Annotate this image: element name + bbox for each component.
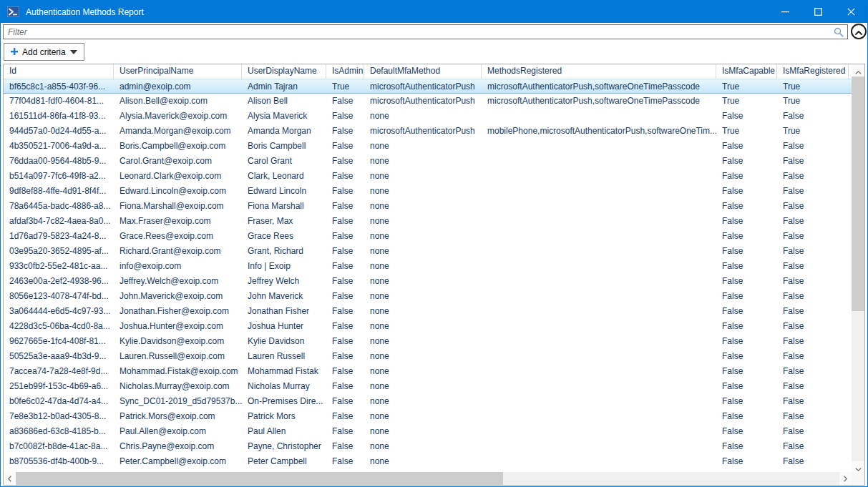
- table-cell: b8705536-df4b-400b-9...: [4, 454, 114, 469]
- horizontal-scrollbar-thumb[interactable]: [16, 472, 503, 485]
- app-window: Authentication Methods Report: [0, 0, 868, 487]
- table-cell: [482, 154, 716, 169]
- table-cell: True: [777, 79, 849, 93]
- table-cell: 161511d4-86fa-41f8-93...: [4, 109, 114, 124]
- table-cell: Amanda.Morgan@exoip.com: [114, 124, 242, 139]
- table-row[interactable]: 9627665e-1fc4-408f-81...Kylie.Davidson@e…: [4, 334, 852, 349]
- table-cell: False: [716, 424, 777, 439]
- table-cell: False: [326, 229, 364, 244]
- minimize-button[interactable]: [769, 1, 801, 23]
- close-button[interactable]: [834, 1, 867, 23]
- table-cell: False: [777, 244, 849, 259]
- table-cell: microsoftAuthenticatorPush: [364, 124, 482, 139]
- table-cell: 50525a3e-aaa9-4b3d-9...: [4, 349, 114, 364]
- table-cell: False: [777, 289, 849, 304]
- table-cell: none: [364, 424, 482, 439]
- column-header-ismfaregistered[interactable]: IsMfaRegistered: [777, 64, 849, 79]
- add-criteria-button[interactable]: Add criteria: [4, 43, 84, 61]
- table-cell: Edward Lincoln: [242, 184, 326, 199]
- table-row[interactable]: 7accea74-7a28-4e8f-9d...Mohammad.Fistak@…: [4, 364, 852, 379]
- table-cell: False: [326, 109, 364, 124]
- column-header-methodsregistered[interactable]: MethodsRegistered: [482, 64, 716, 79]
- table-row[interactable]: 8056e123-4078-474f-bd...John.Maverick@ex…: [4, 289, 852, 304]
- table-row[interactable]: 4228d3c5-06ba-4cd0-8a...Joshua.Hunter@ex…: [4, 319, 852, 334]
- filter-input[interactable]: [4, 25, 847, 39]
- table-cell: Fraser, Max: [242, 214, 326, 229]
- table-cell: Amanda Morgan: [242, 124, 326, 139]
- table-row[interactable]: 933c0fb2-55e2-481c-aa...info@exoip.comIn…: [4, 259, 852, 274]
- window-title: Authentication Methods Report: [26, 7, 144, 17]
- table-cell: False: [716, 139, 777, 154]
- table-cell: False: [716, 364, 777, 379]
- table-row[interactable]: bf65c8c1-a855-403f-96...admin@exoip.comA…: [4, 79, 852, 94]
- table-row[interactable]: 944d57a0-0d24-4d55-a...Amanda.Morgan@exo…: [4, 124, 852, 139]
- table-cell: microsoftAuthenticatorPush: [364, 79, 482, 93]
- collapse-criteria-button[interactable]: [851, 24, 867, 39]
- table-cell: False: [777, 424, 849, 439]
- table-cell: False: [716, 214, 777, 229]
- table-row[interactable]: 4b350521-7006-4a9d-a...Boris.Campbell@ex…: [4, 139, 852, 154]
- column-header-defaultmfamethod[interactable]: DefaultMfaMethod: [364, 64, 482, 79]
- table-row[interactable]: 251eb99f-153c-4b69-a6...Nicholas.Murray@…: [4, 379, 852, 394]
- table-cell: none: [364, 109, 482, 124]
- vertical-scrollbar[interactable]: [852, 64, 864, 473]
- table-cell: Fiona Marshall: [242, 199, 326, 214]
- column-header-id[interactable]: Id: [4, 64, 114, 79]
- table-row[interactable]: a83686ed-63c8-4185-b...Paul.Allen@exoip.…: [4, 424, 852, 439]
- table-row[interactable]: 78a6445a-badc-4886-a8...Fiona.Marshall@e…: [4, 199, 852, 214]
- table-row[interactable]: 76ddaa00-9564-48b5-9...Carol.Grant@exoip…: [4, 154, 852, 169]
- table-cell: False: [326, 214, 364, 229]
- table-row[interactable]: 9df8ef88-4ffe-4d91-8f4f...Edward.Lincoln…: [4, 184, 852, 199]
- vertical-scrollbar-thumb[interactable]: [852, 77, 864, 311]
- table-cell: none: [364, 139, 482, 154]
- scroll-left-button[interactable]: [4, 472, 16, 485]
- table-cell: False: [777, 304, 849, 319]
- table-cell: none: [364, 454, 482, 469]
- table-cell: [482, 244, 716, 259]
- table-cell: [482, 184, 716, 199]
- chevron-up-icon: [855, 64, 862, 77]
- table-row[interactable]: 7e8e3b12-b0ad-4305-8...Patrick.Mors@exoi…: [4, 409, 852, 424]
- table-cell: False: [777, 349, 849, 364]
- horizontal-scrollbar[interactable]: [4, 472, 852, 485]
- table-row[interactable]: 1d76ad79-5823-4a24-8...Grace.Rees@exoip.…: [4, 229, 852, 244]
- table-cell: Lauren.Russell@exoip.com: [114, 349, 242, 364]
- column-header-ismfacapable[interactable]: IsMfaCapable: [716, 64, 777, 79]
- table-cell: Jeffrey.Welch@exoip.com: [114, 274, 242, 289]
- titlebar: Authentication Methods Report: [1, 1, 867, 23]
- table-row[interactable]: b8705536-df4b-400b-9...Peter.Campbell@ex…: [4, 454, 852, 469]
- table-cell: Richard.Grant@exoip.com: [114, 244, 242, 259]
- table-cell: False: [326, 454, 364, 469]
- scroll-up-button[interactable]: [852, 64, 864, 77]
- table-row[interactable]: 2463e00a-2ef2-4938-96...Jeffrey.Welch@ex…: [4, 274, 852, 289]
- scroll-right-button[interactable]: [839, 472, 852, 485]
- table-cell: Max.Fraser@exoip.com: [114, 214, 242, 229]
- table-cell: [482, 439, 716, 454]
- table-cell: Mohammad.Fistak@exoip.com: [114, 364, 242, 379]
- table-cell: False: [326, 334, 364, 349]
- table-row[interactable]: 161511d4-86fa-41f8-93...Alysia.Maverick@…: [4, 109, 852, 124]
- table-row[interactable]: b514a097-7fc6-49f8-a2...Leonard.Clark@ex…: [4, 169, 852, 184]
- table-row[interactable]: afdaf3b4-7c82-4aea-8a0...Max.Fraser@exoi…: [4, 214, 852, 229]
- table-row[interactable]: 03e95a20-3652-4895-af...Richard.Grant@ex…: [4, 244, 852, 259]
- table-cell: [482, 304, 716, 319]
- table-cell: none: [364, 169, 482, 184]
- table-row[interactable]: 77f04d81-fdf0-4604-81...Alison.Bell@exoi…: [4, 94, 852, 109]
- column-header-isadmin[interactable]: IsAdmin: [326, 64, 364, 79]
- table-cell: False: [716, 274, 777, 289]
- table-cell: False: [716, 244, 777, 259]
- table-cell: False: [326, 409, 364, 424]
- table-cell: False: [777, 409, 849, 424]
- column-header-userprincipalname[interactable]: UserPrincipalName: [114, 64, 242, 79]
- table-row[interactable]: b7c0082f-b8de-41ac-8a...Chris.Payne@exoi…: [4, 439, 852, 454]
- table-cell: admin@exoip.com: [114, 79, 242, 93]
- chevron-up-icon: [855, 25, 862, 38]
- table-row[interactable]: b0fe6c02-47da-4d74-a4...Sync_DC01-2019_d…: [4, 394, 852, 409]
- table-cell: False: [716, 109, 777, 124]
- table-row[interactable]: 3a064444-e6d5-4c97-93...Jonathan.Fisher@…: [4, 304, 852, 319]
- table-row[interactable]: 50525a3e-aaa9-4b3d-9...Lauren.Russell@ex…: [4, 349, 852, 364]
- table-cell: 9627665e-1fc4-408f-81...: [4, 334, 114, 349]
- column-header-userdisplayname[interactable]: UserDisplayName: [242, 64, 326, 79]
- maximize-button[interactable]: [801, 1, 834, 23]
- table-cell: none: [364, 304, 482, 319]
